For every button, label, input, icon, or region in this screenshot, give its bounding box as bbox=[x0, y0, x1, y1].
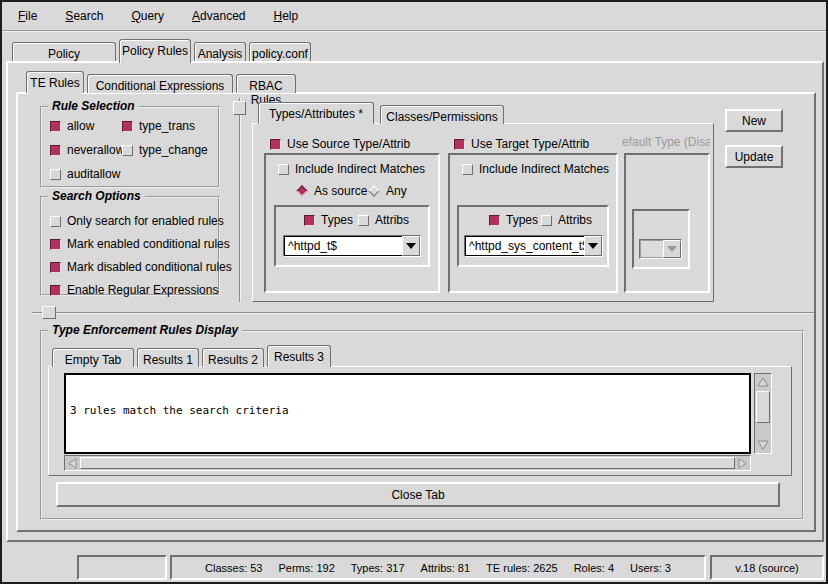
menu-bar: File Search Query Advanced Help bbox=[2, 2, 826, 32]
checkbox-type-trans-label: type_trans bbox=[139, 119, 195, 133]
checkbox-target-attribs[interactable]: Attribs bbox=[541, 213, 592, 227]
checkbox-type-trans-indicator bbox=[122, 121, 133, 132]
checkbox-mark-disabled-label: Mark disabled conditional rules bbox=[67, 260, 232, 274]
checkbox-target-indirect-label: Include Indirect Matches bbox=[479, 162, 609, 176]
hscroll-thumb[interactable] bbox=[80, 457, 735, 469]
vertical-sash-line bbox=[239, 98, 241, 302]
checkbox-auditallow[interactable]: auditallow bbox=[50, 167, 120, 181]
checkbox-use-source-indicator bbox=[270, 139, 281, 150]
checkbox-only-enabled-indicator bbox=[50, 216, 61, 227]
tab-policy-conf[interactable]: policy.conf bbox=[249, 42, 311, 62]
checkbox-mark-disabled[interactable]: Mark disabled conditional rules bbox=[50, 260, 232, 274]
checkbox-only-enabled[interactable]: Only search for enabled rules bbox=[50, 214, 224, 228]
checkbox-enable-regex-indicator bbox=[50, 285, 61, 296]
tab-analysis[interactable]: Analysis bbox=[194, 42, 246, 62]
update-button[interactable]: Update bbox=[725, 145, 783, 168]
checkbox-neverallow-indicator bbox=[50, 145, 61, 156]
status-stats-box: Classes: 53 Perms: 192 Types: 317 Attrib… bbox=[170, 555, 706, 580]
target-type-combobox-button[interactable] bbox=[584, 236, 602, 256]
checkbox-target-indirect[interactable]: Include Indirect Matches bbox=[462, 162, 609, 176]
tab-join2 bbox=[28, 90, 82, 95]
checkbox-use-target[interactable]: Use Target Type/Attrib bbox=[454, 137, 589, 151]
results-vscrollbar[interactable] bbox=[754, 373, 772, 454]
source-type-combobox-value[interactable]: ^httpd_t$ bbox=[284, 236, 402, 256]
checkbox-type-change-indicator bbox=[122, 145, 133, 156]
target-type-combobox-value[interactable]: ^httpd_sys_content_t$ bbox=[465, 236, 584, 256]
policy-version-label: v.18 (source) bbox=[735, 562, 798, 574]
checkbox-type-trans[interactable]: type_trans bbox=[122, 119, 195, 133]
default-type-combobox bbox=[639, 239, 682, 259]
checkbox-source-attribs[interactable]: Attribs bbox=[358, 213, 409, 227]
results-textarea[interactable]: 3 rules match the search criteria (5822)… bbox=[64, 373, 751, 454]
checkbox-neverallow-label: neverallow bbox=[67, 143, 124, 157]
checkbox-source-types-indicator bbox=[304, 215, 315, 226]
default-type-combobox-button bbox=[663, 240, 681, 258]
checkbox-source-types[interactable]: Types bbox=[304, 213, 353, 227]
menu-query[interactable]: Query bbox=[127, 7, 168, 25]
menu-search[interactable]: Search bbox=[61, 7, 107, 25]
scroll-left-icon[interactable] bbox=[66, 457, 79, 469]
tab-join3 bbox=[260, 122, 372, 125]
radio-as-source-indicator bbox=[296, 185, 307, 196]
checkbox-target-types-label: Types bbox=[506, 213, 538, 227]
checkbox-type-change-label: type_change bbox=[139, 143, 208, 157]
tab-classes-permissions[interactable]: Classes/Permissions bbox=[380, 105, 504, 124]
radio-any[interactable]: Any bbox=[368, 184, 407, 198]
menu-advanced[interactable]: Advanced bbox=[188, 7, 249, 25]
stat-attribs: Attribs: 81 bbox=[421, 562, 471, 574]
checkbox-target-types-indicator bbox=[489, 215, 500, 226]
te-display-title: Type Enforcement Rules Display bbox=[48, 323, 242, 337]
menu-help[interactable]: Help bbox=[269, 7, 302, 25]
checkbox-use-target-indicator bbox=[454, 139, 465, 150]
default-type-label: efault Type (Disa bbox=[622, 135, 710, 149]
tab-results-1[interactable]: Results 1 bbox=[137, 348, 199, 367]
default-type-combobox-value bbox=[640, 240, 663, 258]
checkbox-type-change[interactable]: type_change bbox=[122, 143, 208, 157]
checkbox-source-indirect[interactable]: Include Indirect Matches bbox=[278, 162, 425, 176]
radio-any-indicator bbox=[368, 185, 379, 196]
tab-types-attributes[interactable]: Types/Attributes * bbox=[258, 102, 374, 124]
checkbox-neverallow[interactable]: neverallow bbox=[50, 143, 124, 157]
results-hscrollbar[interactable] bbox=[64, 455, 751, 471]
stat-perms: Perms: 192 bbox=[279, 562, 335, 574]
tab-empty-tab[interactable]: Empty Tab bbox=[52, 348, 134, 367]
checkbox-auditallow-indicator bbox=[50, 169, 61, 180]
tab-rbac-rules[interactable]: RBAC Rules bbox=[236, 74, 296, 93]
status-empty-box bbox=[77, 555, 167, 580]
horizontal-sash-line bbox=[32, 312, 814, 314]
radio-any-label: Any bbox=[386, 184, 407, 198]
tab-conditional-expressions[interactable]: Conditional Expressions bbox=[87, 74, 233, 93]
checkbox-target-indirect-indicator bbox=[462, 164, 473, 175]
results-summary: 3 rules match the search criteria bbox=[70, 404, 745, 418]
checkbox-use-source[interactable]: Use Source Type/Attrib bbox=[270, 137, 410, 151]
radio-as-source[interactable]: As source bbox=[296, 184, 367, 198]
vertical-sash-handle[interactable] bbox=[233, 101, 246, 115]
checkbox-allow[interactable]: allow bbox=[50, 119, 94, 133]
checkbox-mark-enabled[interactable]: Mark enabled conditional rules bbox=[50, 237, 230, 251]
checkbox-target-attribs-label: Attribs bbox=[558, 213, 592, 227]
checkbox-enable-regex-label: Enable Regular Expressions bbox=[67, 283, 218, 297]
apol-window: File Search Query Advanced Help Policy C… bbox=[0, 0, 828, 584]
tab-join bbox=[121, 59, 189, 64]
source-type-combobox[interactable]: ^httpd_t$ bbox=[283, 235, 421, 257]
tab-results-2[interactable]: Results 2 bbox=[202, 348, 264, 367]
scroll-down-icon[interactable] bbox=[756, 438, 770, 452]
checkbox-mark-enabled-indicator bbox=[50, 239, 61, 250]
stat-classes: Classes: 53 bbox=[205, 562, 262, 574]
scroll-up-icon[interactable] bbox=[756, 375, 770, 389]
tab-policy-components[interactable]: Policy Components bbox=[12, 42, 116, 62]
horizontal-sash-handle[interactable] bbox=[42, 306, 56, 319]
chevron-down-icon bbox=[588, 243, 598, 249]
vscroll-thumb[interactable] bbox=[756, 391, 770, 423]
new-button[interactable]: New bbox=[725, 109, 783, 132]
checkbox-enable-regex[interactable]: Enable Regular Expressions bbox=[50, 283, 218, 297]
checkbox-target-types[interactable]: Types bbox=[489, 213, 538, 227]
close-tab-button[interactable]: Close Tab bbox=[56, 482, 780, 507]
checkbox-use-target-label: Use Target Type/Attrib bbox=[471, 137, 589, 151]
menu-file[interactable]: File bbox=[14, 7, 41, 25]
checkbox-source-attribs-label: Attribs bbox=[375, 213, 409, 227]
target-type-combobox[interactable]: ^httpd_sys_content_t$ bbox=[464, 235, 603, 257]
scroll-right-icon[interactable] bbox=[736, 457, 749, 469]
tab-results-3[interactable]: Results 3 bbox=[267, 345, 331, 367]
source-type-combobox-button[interactable] bbox=[402, 236, 420, 256]
